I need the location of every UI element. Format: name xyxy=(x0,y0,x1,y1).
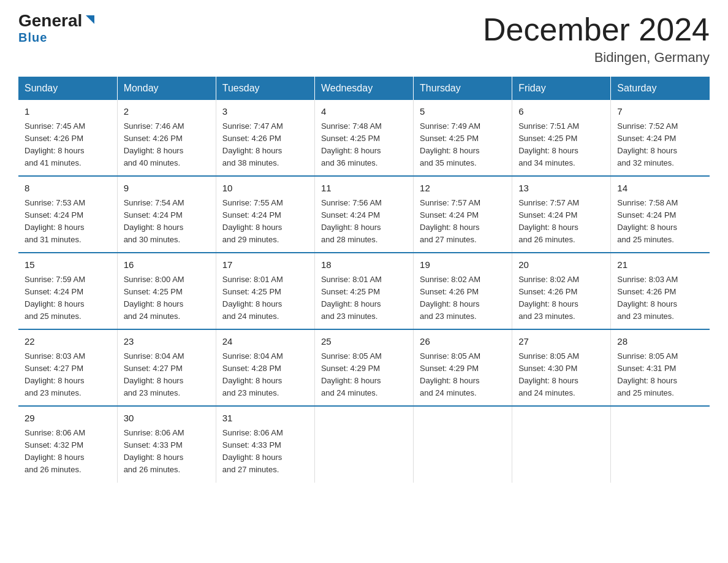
day-info: Sunrise: 8:06 AM Sunset: 4:32 PM Dayligh… xyxy=(25,427,111,477)
calendar-week-5: 29Sunrise: 8:06 AM Sunset: 4:32 PM Dayli… xyxy=(18,406,710,482)
calendar-cell: 8Sunrise: 7:53 AM Sunset: 4:24 PM Daylig… xyxy=(18,176,117,253)
day-info: Sunrise: 8:05 AM Sunset: 4:31 PM Dayligh… xyxy=(617,350,703,400)
main-title: December 2024 xyxy=(483,12,710,47)
day-number: 28 xyxy=(617,335,703,349)
day-info: Sunrise: 8:06 AM Sunset: 4:33 PM Dayligh… xyxy=(124,427,210,477)
calendar-cell: 10Sunrise: 7:55 AM Sunset: 4:24 PM Dayli… xyxy=(216,176,314,253)
calendar-cell: 17Sunrise: 8:01 AM Sunset: 4:25 PM Dayli… xyxy=(216,253,314,329)
day-info: Sunrise: 7:46 AM Sunset: 4:26 PM Dayligh… xyxy=(124,120,210,170)
logo-general: General xyxy=(18,12,82,29)
calendar-week-4: 22Sunrise: 8:03 AM Sunset: 4:27 PM Dayli… xyxy=(18,329,710,406)
calendar-cell: 15Sunrise: 7:59 AM Sunset: 4:24 PM Dayli… xyxy=(18,253,117,329)
day-info: Sunrise: 8:03 AM Sunset: 4:27 PM Dayligh… xyxy=(25,350,111,400)
calendar-table: SundayMondayTuesdayWednesdayThursdayFrid… xyxy=(18,77,710,482)
day-number: 2 xyxy=(124,105,210,119)
day-info: Sunrise: 7:58 AM Sunset: 4:24 PM Dayligh… xyxy=(617,197,703,247)
title-block: December 2024 Bidingen, Germany xyxy=(483,12,710,66)
day-info: Sunrise: 8:05 AM Sunset: 4:29 PM Dayligh… xyxy=(321,350,407,400)
svg-marker-0 xyxy=(86,15,94,24)
day-number: 25 xyxy=(321,335,407,349)
logo: General Blue xyxy=(18,12,97,45)
calendar-cell: 1Sunrise: 7:45 AM Sunset: 4:26 PM Daylig… xyxy=(18,100,117,176)
day-number: 4 xyxy=(321,105,407,119)
calendar-cell: 29Sunrise: 8:06 AM Sunset: 4:32 PM Dayli… xyxy=(18,406,117,482)
calendar-cell: 28Sunrise: 8:05 AM Sunset: 4:31 PM Dayli… xyxy=(611,329,710,406)
day-info: Sunrise: 8:05 AM Sunset: 4:29 PM Dayligh… xyxy=(420,350,506,400)
col-header-friday: Friday xyxy=(512,77,611,100)
day-number: 5 xyxy=(420,105,506,119)
day-info: Sunrise: 7:55 AM Sunset: 4:24 PM Dayligh… xyxy=(222,197,308,247)
day-info: Sunrise: 7:52 AM Sunset: 4:24 PM Dayligh… xyxy=(617,120,703,170)
day-number: 20 xyxy=(518,258,604,272)
day-number: 3 xyxy=(222,105,308,119)
col-header-monday: Monday xyxy=(117,77,216,100)
day-info: Sunrise: 8:06 AM Sunset: 4:33 PM Dayligh… xyxy=(222,427,308,477)
day-number: 16 xyxy=(124,258,210,272)
day-number: 26 xyxy=(420,335,506,349)
day-info: Sunrise: 7:51 AM Sunset: 4:25 PM Dayligh… xyxy=(518,120,604,170)
calendar-cell xyxy=(611,406,710,482)
calendar-cell: 22Sunrise: 8:03 AM Sunset: 4:27 PM Dayli… xyxy=(18,329,117,406)
day-info: Sunrise: 8:05 AM Sunset: 4:30 PM Dayligh… xyxy=(518,350,604,400)
calendar-cell xyxy=(414,406,512,482)
calendar-cell: 26Sunrise: 8:05 AM Sunset: 4:29 PM Dayli… xyxy=(414,329,512,406)
day-info: Sunrise: 7:54 AM Sunset: 4:24 PM Dayligh… xyxy=(124,197,210,247)
day-number: 7 xyxy=(617,105,703,119)
calendar-cell: 16Sunrise: 8:00 AM Sunset: 4:25 PM Dayli… xyxy=(117,253,216,329)
day-info: Sunrise: 8:00 AM Sunset: 4:25 PM Dayligh… xyxy=(124,274,210,323)
day-info: Sunrise: 7:57 AM Sunset: 4:24 PM Dayligh… xyxy=(420,197,506,247)
day-info: Sunrise: 8:02 AM Sunset: 4:26 PM Dayligh… xyxy=(518,274,604,323)
day-info: Sunrise: 7:45 AM Sunset: 4:26 PM Dayligh… xyxy=(25,120,111,170)
calendar-cell: 30Sunrise: 8:06 AM Sunset: 4:33 PM Dayli… xyxy=(117,406,216,482)
calendar-week-2: 8Sunrise: 7:53 AM Sunset: 4:24 PM Daylig… xyxy=(18,176,710,253)
day-number: 14 xyxy=(617,182,703,196)
calendar-cell: 6Sunrise: 7:51 AM Sunset: 4:25 PM Daylig… xyxy=(512,100,611,176)
day-info: Sunrise: 8:04 AM Sunset: 4:27 PM Dayligh… xyxy=(124,350,210,400)
day-number: 15 xyxy=(25,258,111,272)
subtitle: Bidingen, Germany xyxy=(483,50,710,66)
col-header-wednesday: Wednesday xyxy=(314,77,413,100)
calendar-cell xyxy=(512,406,611,482)
calendar-cell: 4Sunrise: 7:48 AM Sunset: 4:25 PM Daylig… xyxy=(314,100,413,176)
calendar-cell: 9Sunrise: 7:54 AM Sunset: 4:24 PM Daylig… xyxy=(117,176,216,253)
calendar-cell: 18Sunrise: 8:01 AM Sunset: 4:25 PM Dayli… xyxy=(314,253,413,329)
calendar-cell: 11Sunrise: 7:56 AM Sunset: 4:24 PM Dayli… xyxy=(314,176,413,253)
calendar-cell: 31Sunrise: 8:06 AM Sunset: 4:33 PM Dayli… xyxy=(216,406,314,482)
day-number: 24 xyxy=(222,335,308,349)
day-info: Sunrise: 8:03 AM Sunset: 4:26 PM Dayligh… xyxy=(617,274,703,323)
calendar-cell: 27Sunrise: 8:05 AM Sunset: 4:30 PM Dayli… xyxy=(512,329,611,406)
calendar-week-1: 1Sunrise: 7:45 AM Sunset: 4:26 PM Daylig… xyxy=(18,100,710,176)
day-number: 30 xyxy=(124,412,210,426)
logo-blue: Blue xyxy=(18,31,47,45)
calendar-cell xyxy=(314,406,413,482)
calendar-week-3: 15Sunrise: 7:59 AM Sunset: 4:24 PM Dayli… xyxy=(18,253,710,329)
day-number: 23 xyxy=(124,335,210,349)
day-number: 17 xyxy=(222,258,308,272)
calendar-cell: 13Sunrise: 7:57 AM Sunset: 4:24 PM Dayli… xyxy=(512,176,611,253)
day-info: Sunrise: 7:53 AM Sunset: 4:24 PM Dayligh… xyxy=(25,197,111,247)
calendar-cell: 7Sunrise: 7:52 AM Sunset: 4:24 PM Daylig… xyxy=(611,100,710,176)
day-info: Sunrise: 7:56 AM Sunset: 4:24 PM Dayligh… xyxy=(321,197,407,247)
day-number: 31 xyxy=(222,412,308,426)
col-header-saturday: Saturday xyxy=(611,77,710,100)
day-number: 11 xyxy=(321,182,407,196)
day-number: 6 xyxy=(518,105,604,119)
day-info: Sunrise: 7:59 AM Sunset: 4:24 PM Dayligh… xyxy=(25,274,111,323)
col-header-sunday: Sunday xyxy=(18,77,117,100)
day-number: 19 xyxy=(420,258,506,272)
page-header: General Blue December 2024 Bidingen, Ger… xyxy=(18,12,710,66)
calendar-cell: 5Sunrise: 7:49 AM Sunset: 4:25 PM Daylig… xyxy=(414,100,512,176)
calendar-cell: 21Sunrise: 8:03 AM Sunset: 4:26 PM Dayli… xyxy=(611,253,710,329)
day-number: 13 xyxy=(518,182,604,196)
day-number: 21 xyxy=(617,258,703,272)
calendar-cell: 23Sunrise: 8:04 AM Sunset: 4:27 PM Dayli… xyxy=(117,329,216,406)
day-number: 27 xyxy=(518,335,604,349)
calendar-cell: 25Sunrise: 8:05 AM Sunset: 4:29 PM Dayli… xyxy=(314,329,413,406)
day-number: 9 xyxy=(124,182,210,196)
day-number: 8 xyxy=(25,182,111,196)
day-number: 1 xyxy=(25,105,111,119)
day-info: Sunrise: 7:47 AM Sunset: 4:26 PM Dayligh… xyxy=(222,120,308,170)
day-number: 12 xyxy=(420,182,506,196)
day-info: Sunrise: 8:01 AM Sunset: 4:25 PM Dayligh… xyxy=(321,274,407,323)
day-info: Sunrise: 7:49 AM Sunset: 4:25 PM Dayligh… xyxy=(420,120,506,170)
